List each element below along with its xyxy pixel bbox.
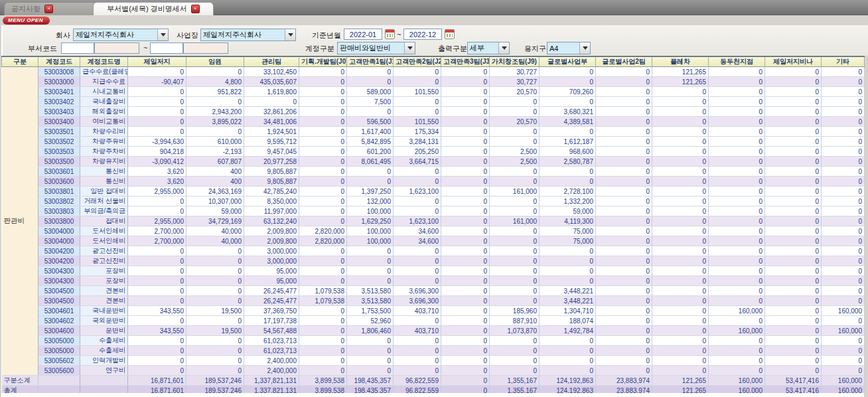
amount-cell: 121,265 [652, 376, 709, 386]
amount-cell: 0 [765, 216, 822, 226]
chevron-down-icon[interactable] [579, 42, 590, 54]
amount-cell: 0 [709, 97, 765, 107]
amount-cell: 1,079,538 [299, 296, 347, 306]
amount-cell: 0 [540, 246, 596, 256]
dept-code-label: 부서코드 [28, 44, 57, 54]
amount-cell: 0 [765, 87, 822, 97]
table-row: 53004500견본비0026,245,4771,079,5383,513,58… [2, 286, 865, 296]
amount-cell: 61,023,713 [244, 336, 299, 346]
dept-code-from-input[interactable] [61, 42, 94, 54]
amount-cell: 0 [347, 346, 394, 356]
calendar-icon[interactable] [385, 29, 395, 39]
amount-cell: 95,000 [244, 276, 299, 286]
chevron-down-icon[interactable] [285, 29, 295, 40]
column-header-11: 글로벌사업부 [540, 56, 596, 67]
chevron-down-icon[interactable] [157, 29, 168, 40]
amount-cell: 0 [394, 346, 441, 356]
column-header-15: 제일저지비나 [765, 56, 822, 67]
amount-cell: 0 [540, 127, 596, 137]
site-select[interactable]: 제일저지주식회사 [200, 29, 296, 41]
amount-cell: 160,000 [709, 326, 765, 336]
account-code-cell: 53003600 [38, 177, 80, 187]
amount-cell: 0 [128, 256, 186, 266]
table-row: 53005000수출제비0061,023,71300000000000 [2, 346, 865, 356]
account-code-cell: 53003008 [38, 67, 80, 77]
account-name-cell: 운반비 [80, 326, 128, 336]
amount-cell: 0 [652, 137, 709, 147]
amount-cell: 0 [128, 366, 186, 376]
account-type-label: 계정구분 [305, 44, 334, 54]
account-name-cell: 지급수수료 [80, 77, 128, 87]
chevron-down-icon[interactable] [404, 42, 415, 54]
chevron-down-icon[interactable] [498, 42, 509, 54]
amount-cell: 0 [394, 256, 441, 266]
amount-cell: 0 [186, 346, 244, 356]
amount-cell: 0 [596, 256, 652, 266]
calendar-icon[interactable] [445, 29, 455, 39]
amount-cell: 0 [490, 286, 540, 296]
amount-cell: 0 [709, 226, 765, 236]
amount-cell: 1,619,800 [244, 87, 299, 97]
amount-cell: 0 [709, 107, 765, 117]
amount-cell: 0 [394, 276, 441, 286]
tab-expense-report[interactable]: 부서별(세목) 경비명세서 × [93, 2, 214, 15]
amount-cell: 0 [652, 117, 709, 127]
account-name-cell: 포장비 [80, 266, 128, 276]
amount-cell: 596,500 [347, 117, 394, 127]
amount-cell: 3,000,000 [244, 256, 299, 266]
amount-cell: 0 [186, 336, 244, 346]
amount-cell: 0 [652, 316, 709, 326]
amount-cell: 2,820,000 [299, 226, 347, 236]
amount-cell: 30,727 [490, 77, 540, 87]
company-select[interactable]: 제일저지주식회사 [73, 29, 169, 41]
amount-cell: 0 [347, 256, 394, 266]
dept-code-to-input[interactable] [150, 42, 183, 54]
close-icon[interactable]: × [191, 5, 200, 13]
tab-notice[interactable]: 공지사항 × [4, 2, 98, 15]
table-row: 53004200광고선전비003,000,00000000000000 [2, 256, 865, 266]
table-row: 53005000수출제비0061,023,71300000000000 [2, 336, 865, 346]
amount-cell: 0 [299, 246, 347, 256]
amount-cell: 0 [186, 316, 244, 326]
column-header-0: 구분 [2, 56, 38, 67]
amount-cell: 0 [490, 206, 540, 216]
amount-cell: 0 [596, 107, 652, 117]
table-row: 판관비53003008급수수료(클레임)0033,102,450000030,7… [2, 67, 865, 77]
amount-cell: 0 [596, 366, 652, 376]
period-to-input[interactable] [403, 29, 442, 40]
amount-cell: 30,727 [490, 67, 540, 77]
close-icon[interactable]: × [44, 5, 53, 13]
amount-cell: 0 [128, 197, 186, 206]
amount-cell: 0 [441, 306, 490, 316]
account-type-select[interactable]: 판매비와일반비 [337, 42, 415, 54]
amount-cell: 40,000 [186, 226, 244, 236]
amount-cell: 0 [765, 266, 822, 276]
amount-cell: 2,943,200 [186, 107, 244, 117]
amount-cell: 0 [540, 336, 596, 346]
amount-cell: 0 [652, 366, 709, 376]
account-code-cell: 53004600 [38, 326, 80, 336]
period-from-input[interactable] [344, 29, 382, 40]
amount-cell: 0 [765, 226, 822, 236]
account-name-cell: 거래처 선물비 [80, 197, 128, 206]
output-type-select[interactable]: 세부 [467, 42, 510, 54]
amount-cell: 3,899,538 [299, 376, 347, 386]
amount-cell: 1,492,784 [540, 326, 596, 336]
dept-name-from-field[interactable] [94, 42, 139, 54]
amount-cell: 59,000 [186, 206, 244, 216]
amount-cell: 0 [441, 87, 490, 97]
paper-type-select[interactable]: A4 [547, 42, 591, 54]
account-code-cell: 53004602 [38, 316, 80, 326]
amount-cell: 54,567,488 [244, 326, 299, 336]
amount-cell: 0 [441, 127, 490, 137]
table-row: 53003402국내출장비00007,500000000000 [2, 97, 865, 107]
amount-cell: 1,753,500 [347, 306, 394, 316]
tab-expense-report-label: 부서별(세목) 경비명세서 [107, 4, 186, 14]
amount-cell: 0 [822, 366, 865, 376]
dept-name-to-field[interactable] [183, 42, 228, 54]
amount-cell: 75,000 [540, 236, 596, 246]
amount-cell: 0 [128, 67, 186, 77]
amount-cell: 0 [652, 356, 709, 366]
menu-open-button[interactable]: MENU OPEN [3, 17, 50, 25]
amount-cell: 0 [709, 177, 765, 187]
